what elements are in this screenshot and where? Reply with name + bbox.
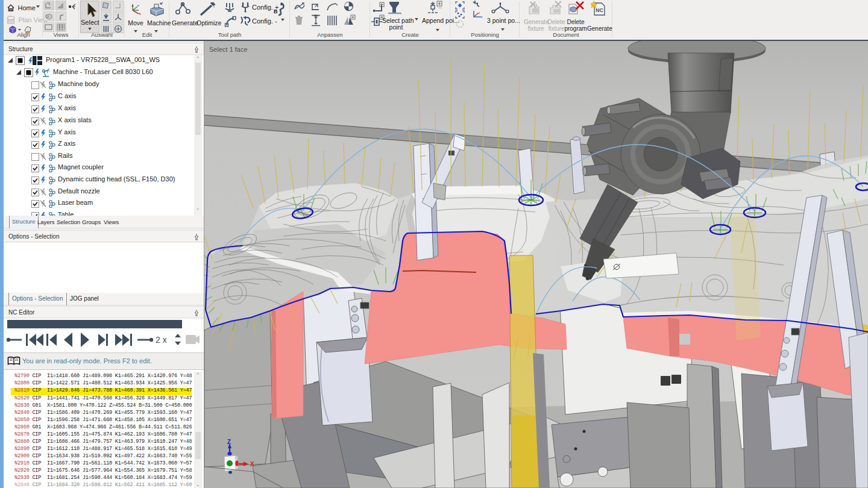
svg-text:NC: NC [596,7,603,13]
svg-text:X: X [250,461,254,468]
svg-text:Z: Z [227,439,231,445]
svg-text:2 x: 2 x [156,335,167,345]
